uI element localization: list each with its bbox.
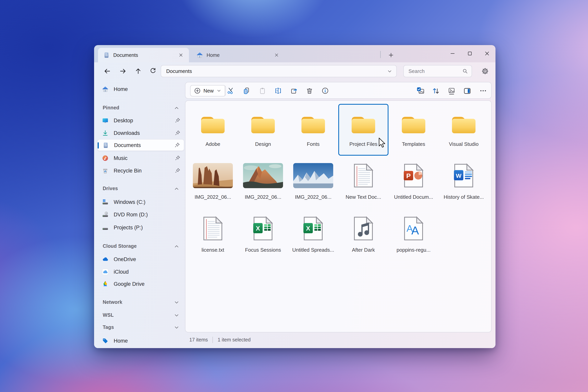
file-tile-folder[interactable]: Adobe — [188, 104, 238, 156]
section-title: WSL — [103, 312, 114, 318]
tab-close-icon[interactable] — [272, 51, 281, 60]
select-toggle-button[interactable] — [414, 84, 427, 97]
tab-label: Documents — [113, 52, 173, 58]
sidebar-section-drives[interactable]: Drives — [97, 183, 184, 194]
item-count: 17 items — [189, 337, 208, 342]
search-placeholder: Search — [408, 68, 462, 74]
file-tile-folder[interactable]: Visual Studio — [439, 104, 489, 156]
back-button[interactable] — [100, 64, 114, 78]
file-tile-image[interactable]: IMG_2022_06... — [238, 157, 288, 208]
file-tile-powerpoint[interactable]: P Untitled Docum... — [388, 157, 439, 208]
copy-button[interactable] — [240, 84, 253, 97]
cut-button[interactable] — [224, 84, 237, 97]
settings-button[interactable] — [478, 64, 492, 78]
pin-icon[interactable] — [174, 117, 181, 124]
up-button[interactable] — [131, 64, 145, 78]
file-tile-font[interactable]: A A poppins-regu... — [388, 210, 439, 262]
minimize-button[interactable] — [444, 47, 461, 60]
sidebar-section-tags[interactable]: Tags — [97, 322, 184, 333]
sidebar-item-icloud[interactable]: iCloud — [97, 266, 184, 278]
file-name: Adobe — [206, 141, 220, 147]
text-document-icon — [202, 216, 224, 241]
pin-icon[interactable] — [174, 142, 180, 148]
sidebar-item-music[interactable]: Music — [97, 152, 184, 164]
excel-document-icon — [252, 216, 274, 241]
file-tile-text-document[interactable]: license.txt — [188, 210, 238, 262]
sort-button[interactable] — [429, 84, 442, 97]
svg-text:W: W — [456, 172, 462, 179]
sidebar-item-google-drive[interactable]: Google Drive — [97, 278, 184, 290]
info-button[interactable] — [318, 84, 332, 97]
new-tab-button[interactable] — [386, 50, 396, 60]
paste-button[interactable] — [256, 84, 269, 97]
info-icon — [321, 87, 329, 94]
file-name: Visual Studio — [449, 141, 478, 147]
share-button[interactable] — [287, 84, 300, 97]
chevron-up-icon — [174, 186, 180, 192]
delete-button[interactable] — [302, 84, 316, 97]
excel-document-icon — [302, 216, 324, 241]
preview-button[interactable] — [445, 84, 458, 97]
sidebar-section-cloud-storage[interactable]: Cloud Storage — [97, 241, 184, 252]
file-tile-folder[interactable]: Design — [238, 104, 288, 156]
chevron-down-icon — [216, 88, 222, 93]
chevron-down-icon[interactable] — [387, 68, 392, 74]
section-title: Cloud Storage — [103, 244, 136, 249]
sidebar-section-wsl[interactable]: WSL — [97, 310, 184, 321]
ellipsis-icon — [479, 87, 487, 94]
icloud-icon — [102, 268, 108, 275]
toolbar: New — [185, 82, 492, 99]
file-tile-folder[interactable]: Fonts — [288, 104, 338, 156]
new-button-label: New — [204, 88, 214, 94]
file-name: Untitled Spreads... — [292, 247, 334, 253]
sidebar-item-onedrive[interactable]: OneDrive — [97, 253, 184, 265]
sidebar-item-dvd-d[interactable]: DVD Rom (D:) — [97, 208, 184, 220]
sidebar-item-recycle-bin[interactable]: Recycle Bin — [97, 165, 184, 176]
word-document-icon: W — [453, 163, 474, 188]
pin-icon[interactable] — [174, 130, 181, 136]
file-tile-audio[interactable]: After Dark — [338, 210, 388, 262]
arrow-up-icon — [134, 67, 142, 75]
address-bar[interactable]: Documents — [161, 65, 397, 77]
details-pane-button[interactable] — [460, 84, 474, 97]
sidebar-section-network[interactable]: Network — [97, 297, 184, 308]
tag-icon — [102, 337, 108, 344]
tab-close-icon[interactable] — [176, 51, 185, 60]
sidebar-item-windows-c[interactable]: Windows (C:) — [97, 196, 184, 208]
file-tile-excel[interactable]: Focus Sessions — [238, 210, 288, 262]
search-input[interactable]: Search — [403, 65, 472, 77]
pin-icon[interactable] — [174, 168, 181, 174]
refresh-button[interactable] — [146, 64, 160, 78]
tab-documents[interactable]: Documents — [98, 48, 189, 62]
sidebar-item-label: iCloud — [114, 269, 129, 274]
sidebar-item-projects-p[interactable]: Projects (P:) — [97, 222, 184, 233]
sidebar-item-home[interactable]: Home — [97, 83, 184, 95]
more-options-button[interactable] — [476, 84, 490, 97]
rename-button[interactable] — [271, 84, 284, 97]
pin-icon[interactable] — [174, 155, 181, 161]
new-button[interactable]: New — [190, 85, 226, 96]
status-bar: 17 items 1 item selected — [189, 337, 251, 343]
photo-thumbnail-snow — [293, 163, 333, 188]
sidebar-item-downloads[interactable]: Downloads — [97, 127, 184, 139]
close-button[interactable] — [478, 47, 496, 60]
sidebar-item-tag-home[interactable]: Home — [97, 335, 184, 346]
file-name: IMG_2022_06... — [295, 194, 332, 200]
file-tile-image[interactable]: IMG_2022_06... — [288, 157, 338, 208]
details-pane-icon — [463, 87, 471, 95]
file-tile-text-document[interactable]: New Text Doc... — [338, 157, 388, 208]
plus-circle-icon — [194, 88, 201, 94]
forward-button[interactable] — [116, 64, 129, 78]
sidebar-item-documents[interactable]: Documents — [97, 139, 184, 151]
tab-home[interactable]: Home — [191, 48, 284, 62]
sidebar-item-desktop[interactable]: Desktop — [97, 114, 184, 126]
file-tile-word[interactable]: W History of Skate... — [439, 157, 489, 208]
file-tile-folder[interactable]: Templates — [388, 104, 439, 156]
maximize-icon — [467, 50, 472, 56]
section-title: Tags — [103, 324, 114, 330]
folder-icon — [399, 111, 428, 134]
file-tile-image[interactable]: IMG_2022_06... — [188, 157, 238, 208]
sidebar-section-pinned[interactable]: Pinned — [97, 102, 184, 113]
maximize-button[interactable] — [461, 47, 478, 60]
file-tile-excel[interactable]: Untitled Spreads... — [288, 210, 338, 262]
